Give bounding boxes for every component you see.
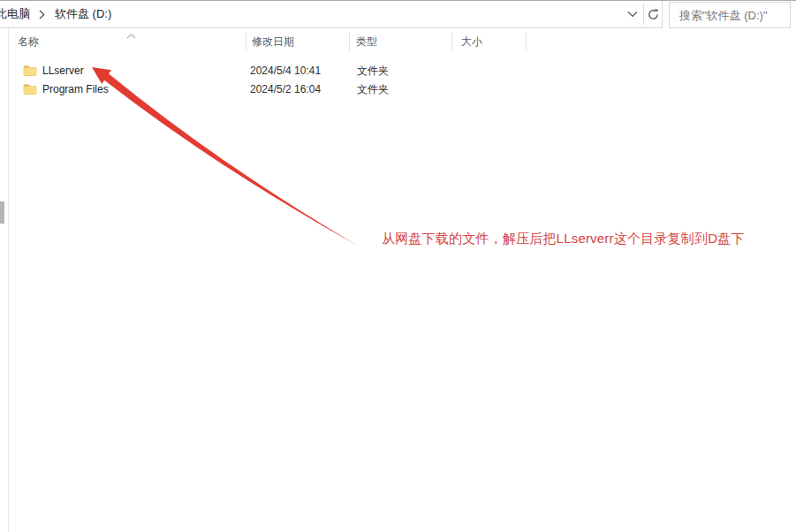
refresh-button[interactable] bbox=[644, 1, 662, 27]
annotation-text: 从网盘下载的文件，解压后把LLserverr这个目录复制到D盘下 bbox=[382, 231, 745, 247]
column-header-size[interactable]: 大小 bbox=[461, 30, 482, 53]
file-explorer-window: 此电脑 软件盘 (D:) bbox=[0, 0, 796, 532]
file-name[interactable]: Program Files bbox=[42, 80, 109, 99]
file-type: 文件夹 bbox=[357, 62, 389, 80]
column-resize-handle[interactable] bbox=[451, 32, 452, 51]
address-bar[interactable]: 此电脑 软件盘 (D:) bbox=[0, 1, 663, 28]
file-date-modified: 2024/5/2 16:04 bbox=[250, 80, 321, 99]
folder-icon bbox=[23, 64, 37, 78]
nav-scrollbar-thumb[interactable] bbox=[0, 201, 4, 224]
breadcrumb-current-drive[interactable]: 软件盘 (D:) bbox=[53, 6, 113, 22]
column-resize-handle[interactable] bbox=[349, 32, 350, 51]
refresh-icon bbox=[647, 8, 660, 21]
column-header-name[interactable]: 名称 bbox=[18, 30, 39, 53]
chevron-down-icon bbox=[627, 11, 638, 18]
column-resize-handle[interactable] bbox=[246, 32, 246, 51]
sort-ascending-icon bbox=[126, 29, 136, 42]
file-name[interactable]: LLserver bbox=[42, 62, 84, 80]
folder-icon bbox=[23, 82, 37, 96]
chevron-right-icon[interactable] bbox=[39, 10, 45, 19]
breadcrumb: 此电脑 软件盘 (D:) bbox=[0, 1, 113, 27]
search-input[interactable] bbox=[670, 3, 790, 27]
address-dropdown-button[interactable] bbox=[623, 1, 642, 27]
file-date-modified: 2024/5/4 10:41 bbox=[250, 62, 321, 80]
column-resize-handle[interactable] bbox=[526, 32, 527, 51]
column-header-type[interactable]: 类型 bbox=[356, 30, 377, 53]
file-row-llserver[interactable]: LLserver 2024/5/4 10:41 文件夹 bbox=[9, 62, 531, 80]
pane-divider[interactable] bbox=[8, 29, 9, 532]
column-header-date-modified[interactable]: 修改日期 bbox=[252, 30, 294, 53]
file-type: 文件夹 bbox=[357, 80, 389, 99]
file-row-program-files[interactable]: Program Files 2024/5/2 16:04 文件夹 bbox=[9, 80, 531, 99]
search-box[interactable] bbox=[669, 2, 791, 28]
breadcrumb-this-pc[interactable]: 此电脑 bbox=[0, 6, 32, 22]
column-headers: 名称 修改日期 类型 大小 bbox=[9, 30, 796, 53]
